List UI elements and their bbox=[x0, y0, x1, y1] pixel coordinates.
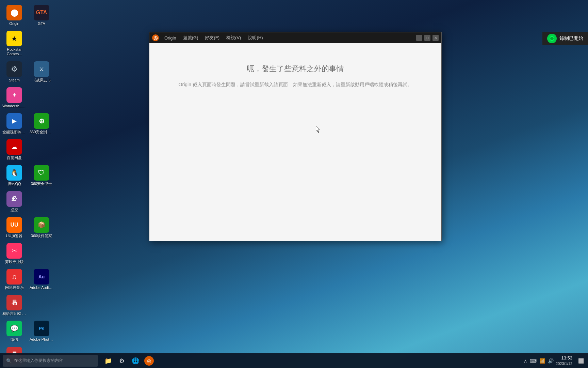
window-controls: ─ □ ✕ bbox=[416, 35, 439, 41]
360safe-icon-img: 🛡 bbox=[34, 165, 49, 181]
uuvpn-icon-img: UU bbox=[6, 217, 22, 233]
tray-network-icon[interactable]: 📶 bbox=[539, 358, 545, 364]
recording-dot-inner bbox=[550, 36, 554, 41]
taskbar: 🔍 在这里输入你要搜索的内容 📁 ⚙ 🌐 ◎ ∧ ⌨ 📶 🔊 13:53 bbox=[0, 353, 588, 368]
recording-dot-icon bbox=[547, 34, 557, 43]
icon-row-1: ⚙ Steam ⚔ 《战风云 5 bbox=[1, 59, 56, 85]
desktop-icon-baidu[interactable]: ☁ 百度网盘 bbox=[1, 137, 27, 162]
desktop-icon-360browser[interactable]: ⊕ 360安全浏览器 bbox=[29, 111, 54, 136]
baidu-icon-img: ☁ bbox=[6, 139, 22, 155]
error-description: Origin 截入頁面時發生問題，請嘗試重新截入該頁面 – 如果無法重新截入，請… bbox=[179, 81, 412, 88]
taskbar-right-area: ∧ ⌨ 📶 🔊 13:53 2023/1/12 ⬜ bbox=[524, 355, 588, 366]
biyou-icon-img: 必 bbox=[6, 191, 22, 207]
desktop-icon-adobe-au[interactable]: Au Adobe Auditi... bbox=[29, 267, 54, 292]
desktop-icon-zfengyu[interactable]: ⚔ 《战风云 5 bbox=[29, 59, 54, 85]
desktop-icon-wondershare[interactable]: ✦ Wondersh... Filmora bbox=[1, 85, 27, 110]
system-clock[interactable]: 13:53 2023/1/12 bbox=[556, 355, 572, 366]
icon-row-0: ⬤ Origin GTA GTA bbox=[1, 3, 56, 28]
icon-row-4b: ✂ 剪映专业版 bbox=[1, 241, 56, 266]
desktop-icon-jianji[interactable]: ✂ 剪映专业版 bbox=[1, 241, 27, 266]
desktop-icon-weixin[interactable]: 💬 微信 bbox=[1, 319, 27, 344]
yiyun-icon-img: ♫ bbox=[6, 269, 22, 285]
desktop-icon-yiyun[interactable]: ♫ 网易云音乐 bbox=[1, 267, 27, 292]
menu-help[interactable]: 說明(H) bbox=[245, 33, 265, 42]
window-minimize-button[interactable]: ─ bbox=[416, 35, 422, 41]
menu-friends[interactable]: 好友(F) bbox=[202, 33, 222, 42]
taskbar-app-icons: 📁 ⚙ 🌐 ◎ bbox=[102, 355, 155, 367]
desktop-icon-uuvpn[interactable]: UU UU加速器 bbox=[1, 215, 27, 240]
desktop-icon-360mgr[interactable]: 📦 360软件管家 bbox=[29, 215, 54, 240]
desktop-icon-rockstar[interactable]: ★ RockstarGames... bbox=[1, 29, 27, 58]
desktop-icon-photoshop[interactable]: Ps Adobe Photosh... bbox=[29, 319, 54, 344]
desktop-icons-area: ⬤ Origin GTA GTA ★ RockstarGames... bbox=[0, 0, 58, 353]
jianji-icon-img: ✂ bbox=[6, 243, 22, 259]
desktop-icon-biyou[interactable]: 必 必应 bbox=[1, 189, 27, 214]
photoshop-icon-label: Adobe Photosh... bbox=[30, 337, 53, 342]
360safe-icon-label: 360安全卫士 bbox=[31, 182, 52, 186]
window-close-button[interactable]: ✕ bbox=[432, 35, 439, 41]
gta-icon-label: GTA bbox=[38, 21, 45, 26]
taskbar-browser-icon[interactable]: 🌐 bbox=[129, 355, 142, 367]
yiyuying-icon-img: 易 bbox=[6, 295, 22, 310]
uuvpn-icon-label: UU加速器 bbox=[6, 234, 23, 238]
desktop: ⬤ Origin GTA GTA ★ RockstarGames... bbox=[0, 0, 588, 368]
icon-row-5b: 易 易语言5.92-快捷方式 bbox=[1, 293, 56, 318]
menu-app-name[interactable]: Origin bbox=[162, 34, 179, 42]
zfengyu-icon-img: ⚔ bbox=[34, 61, 49, 77]
photoshop-icon-img: Ps bbox=[34, 321, 49, 336]
error-title: 呃，發生了些意料之外的事情 bbox=[247, 64, 344, 74]
recording-label: 錄制已開始 bbox=[559, 35, 583, 42]
menu-games[interactable]: 遊戲(G) bbox=[180, 33, 201, 42]
zfengyu-icon-label: 《战风云 5 bbox=[32, 78, 50, 82]
icon-row-3: 🐧 腾讯QQ 🛡 360安全卫士 bbox=[1, 163, 56, 188]
steam-icon-img: ⚙ bbox=[6, 61, 22, 77]
menu-bar: Origin 遊戲(G) 好友(F) 檢視(V) 說明(H) bbox=[162, 33, 413, 42]
icon-row-1b: ✦ Wondersh... Filmora bbox=[1, 85, 56, 110]
desktop-icon-qq[interactable]: 🐧 腾讯QQ bbox=[1, 163, 27, 188]
tray-keyboard-icon[interactable]: ⌨ bbox=[530, 358, 537, 364]
quaneng-icon-img: ▶ bbox=[6, 113, 22, 129]
steam-icon-label: Steam bbox=[9, 78, 20, 82]
tray-chevron-icon[interactable]: ∧ bbox=[524, 358, 527, 364]
360browser-icon-img: ⊕ bbox=[34, 113, 49, 129]
desktop-icon-360safe[interactable]: 🛡 360安全卫士 bbox=[29, 163, 54, 188]
qq-icon-img: 🐧 bbox=[6, 165, 22, 181]
biyou-icon-label: 必应 bbox=[11, 208, 18, 212]
tray-volume-icon[interactable]: 🔊 bbox=[548, 358, 554, 364]
adobe-au-icon-img: Au bbox=[34, 269, 49, 285]
yiyuying-icon-label: 易语言5.92-快捷方式 bbox=[2, 311, 26, 316]
show-desktop-icon[interactable]: ⬜ bbox=[576, 358, 584, 364]
desktop-icon-gta[interactable]: GTA GTA bbox=[29, 3, 54, 28]
clock-date: 2023/1/12 bbox=[556, 361, 572, 366]
baidu-icon-label: 百度网盘 bbox=[7, 156, 22, 160]
qq-icon-label: 腾讯QQ bbox=[7, 182, 21, 186]
icon-row-6: 💬 微信 Ps Adobe Photosh... bbox=[1, 319, 56, 344]
desktop-icon-origin[interactable]: ⬤ Origin bbox=[1, 3, 27, 28]
jianji-icon-label: 剪映专业版 bbox=[5, 260, 24, 264]
desktop-icon-yiyuying[interactable]: 易 易语言5.92-快捷方式 bbox=[1, 293, 27, 318]
quaneng-icon-label: 全能视频转换器 bbox=[2, 130, 26, 134]
weixin-icon-label: 微信 bbox=[11, 337, 18, 342]
weixin-icon-img: 💬 bbox=[6, 321, 22, 336]
window-maximize-button[interactable]: □ bbox=[424, 35, 430, 41]
menu-view[interactable]: 檢視(V) bbox=[224, 33, 244, 42]
icon-row-5: ♫ 网易云音乐 Au Adobe Auditi... bbox=[1, 267, 56, 292]
360browser-icon-label: 360安全浏览器 bbox=[30, 130, 53, 134]
icon-row-0b: ★ RockstarGames... bbox=[1, 29, 56, 58]
system-tray: ∧ ⌨ 📶 🔊 bbox=[524, 358, 554, 364]
desktop-icon-steam[interactable]: ⚙ Steam bbox=[1, 59, 27, 85]
desktop-icon-quaneng[interactable]: ▶ 全能视频转换器 bbox=[1, 111, 27, 136]
origin-icon-img: ⬤ bbox=[6, 5, 22, 20]
rockstar-icon-img: ★ bbox=[6, 31, 22, 46]
taskbar-origin-icon[interactable]: ◎ bbox=[143, 355, 155, 367]
360mgr-icon-img: 📦 bbox=[34, 217, 49, 233]
window-titlebar: ◎ Origin 遊戲(G) 好友(F) 檢視(V) 說明(H) ─ □ ✕ bbox=[149, 32, 441, 43]
taskbar-settings-icon[interactable]: ⚙ bbox=[116, 355, 128, 367]
search-icon: 🔍 bbox=[6, 358, 12, 364]
wondershare-icon-img: ✦ bbox=[6, 87, 22, 103]
icon-row-2b: ☁ 百度网盘 bbox=[1, 137, 56, 162]
taskbar-file-explorer-icon[interactable]: 📁 bbox=[102, 355, 114, 367]
clock-time: 13:53 bbox=[556, 355, 572, 361]
taskbar-search-box[interactable]: 🔍 在这里输入你要搜索的内容 bbox=[3, 355, 98, 367]
rockstar-icon-label: RockstarGames... bbox=[7, 47, 22, 56]
